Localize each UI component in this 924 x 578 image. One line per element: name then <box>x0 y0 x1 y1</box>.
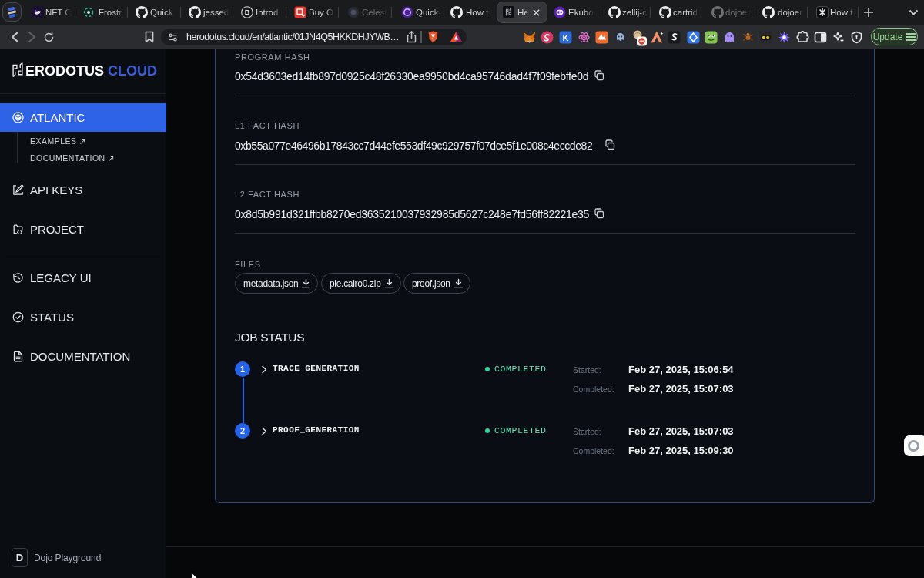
svg-text:B: B <box>245 8 250 16</box>
svg-text:K: K <box>563 33 569 42</box>
